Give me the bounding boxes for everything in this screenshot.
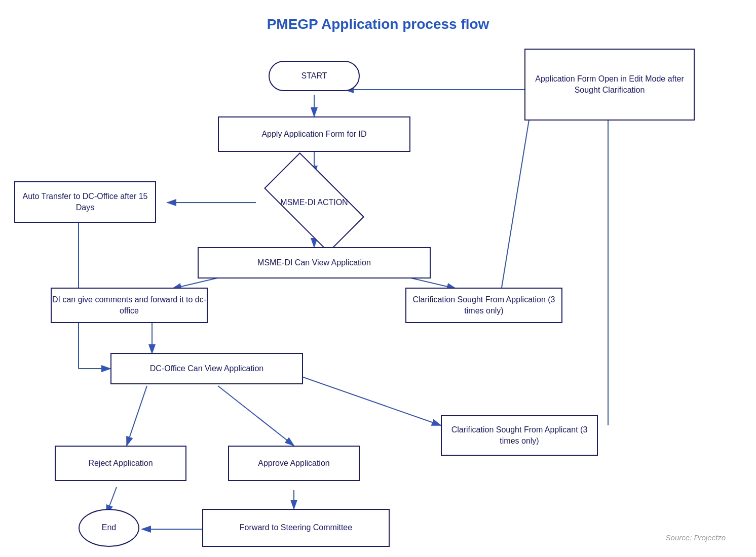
svg-line-12 (127, 386, 147, 446)
msme-di-view-node: MSME-DI Can View Application (198, 247, 431, 278)
forward-steering-node: Forward to Steering Committee (202, 509, 390, 547)
svg-line-7 (502, 101, 532, 288)
clarification-sought-2-node: Clarification Sought From Applicant (3 t… (441, 415, 598, 456)
clarification-sought-1-node: Clarification Sought From Application (3… (405, 288, 562, 323)
svg-line-13 (218, 386, 294, 446)
apply-node: Apply Application Form for ID (218, 116, 410, 152)
approve-app-node: Approve Application (228, 446, 360, 481)
di-comments-node: DI can give comments and forward it to d… (51, 288, 208, 323)
auto-transfer-node: Auto Transfer to DC-Office after 15 Days (14, 181, 156, 223)
end-node: End (79, 509, 139, 547)
svg-line-14 (279, 369, 441, 425)
msme-di-action-node: MSME-DI ACTION (256, 175, 372, 230)
reject-app-node: Reject Application (55, 446, 186, 481)
dc-office-view-node: DC-Office Can View Application (110, 353, 303, 384)
page-title: PMEGP Application process flow (0, 16, 756, 32)
start-node: START (269, 61, 360, 91)
app-form-edit-node: Application Form Open in Edit Mode after… (524, 49, 695, 121)
source-label: Source: Projectzo (666, 533, 726, 542)
diagram-container: PMEGP Application process flow (0, 0, 756, 557)
